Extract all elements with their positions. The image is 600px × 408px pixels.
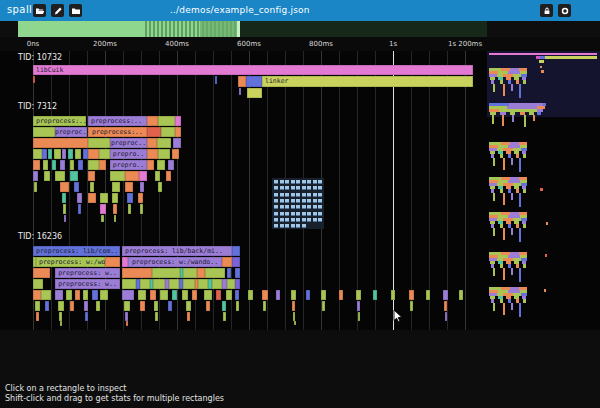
flame-bar[interactable] [291, 290, 296, 300]
flame-bar[interactable] [391, 290, 395, 300]
flame-bar[interactable] [263, 301, 266, 311]
flame-bar[interactable] [55, 171, 65, 181]
flame-bar[interactable] [153, 279, 165, 289]
flame-bar[interactable] [192, 290, 197, 300]
flame-bar-labeled[interactable]: preprocess: lib/com.. [33, 246, 120, 256]
flame-bar-labeled[interactable]: preproc.. [110, 138, 147, 148]
flame-bar[interactable] [197, 268, 205, 278]
flame-bar[interactable] [128, 204, 131, 214]
flame-bar[interactable] [206, 301, 210, 311]
flame-bar[interactable] [232, 257, 240, 267]
flame-bar[interactable] [68, 149, 73, 159]
flame-bar[interactable] [54, 149, 61, 159]
flame-bar[interactable] [150, 290, 156, 300]
flame-bar[interactable] [60, 160, 65, 170]
flame-bar[interactable] [157, 160, 165, 170]
flame-bar[interactable] [43, 160, 48, 170]
flame-bar[interactable] [70, 160, 74, 170]
flame-bar[interactable] [105, 257, 120, 267]
flame-bar[interactable] [147, 116, 158, 126]
flame-bar[interactable] [236, 301, 239, 311]
flame-bar[interactable] [183, 279, 195, 289]
flame-bar[interactable] [235, 290, 239, 300]
flame-bar[interactable] [147, 138, 157, 148]
flame-bar[interactable] [175, 127, 181, 137]
gear-button[interactable] [558, 4, 571, 17]
flame-bar[interactable] [33, 160, 40, 170]
flame-bar-labeled[interactable]: libCuik [33, 65, 473, 75]
flame-bar[interactable] [227, 268, 231, 278]
flame-bar[interactable] [60, 182, 69, 192]
flame-bar[interactable] [356, 290, 361, 300]
flame-bar[interactable] [238, 76, 246, 87]
flame-bar[interactable] [173, 138, 181, 148]
flame-bar[interactable] [232, 246, 240, 256]
flame-bar[interactable] [222, 257, 232, 267]
flame-bar[interactable] [426, 290, 430, 300]
flame-bar[interactable] [172, 290, 177, 300]
flame-bar[interactable] [78, 204, 81, 214]
flame-bar[interactable] [152, 268, 180, 278]
flame-bar[interactable] [262, 290, 268, 300]
flame-bar[interactable] [113, 204, 117, 214]
flame-bar[interactable] [306, 290, 310, 300]
flame-bar[interactable] [33, 290, 41, 300]
flame-bar[interactable] [62, 149, 66, 159]
flame-bar-labeled[interactable]: preproc.. [55, 127, 87, 137]
flame-bar[interactable] [125, 312, 128, 321]
pencil-button[interactable] [51, 4, 64, 17]
flame-bar[interactable] [139, 171, 147, 181]
folder-button[interactable] [69, 4, 82, 17]
flame-bar[interactable] [36, 312, 39, 321]
flame-bar[interactable] [157, 138, 171, 148]
flame-bar[interactable] [205, 268, 225, 278]
flame-bar[interactable] [138, 193, 143, 203]
flame-bar[interactable] [140, 204, 143, 214]
flame-bar[interactable] [248, 290, 253, 300]
flame-bar[interactable] [60, 321, 62, 326]
flame-bar[interactable] [78, 160, 83, 170]
flame-bar[interactable] [100, 193, 108, 203]
flame-bar[interactable] [445, 312, 447, 321]
flame-bar-labeled[interactable]: preprocess: lib/back/mi.. [122, 246, 232, 256]
flame-bar[interactable] [48, 149, 52, 159]
flame-bar[interactable] [64, 215, 66, 222]
flame-bar[interactable] [122, 279, 136, 289]
flame-bar-labeled[interactable]: preprocess: w.. [55, 279, 120, 289]
flame-bar[interactable] [357, 301, 360, 311]
flame-bar[interactable] [216, 290, 221, 300]
flame-bar[interactable] [322, 301, 325, 311]
flame-bar[interactable] [172, 149, 179, 159]
flame-bar[interactable] [122, 290, 134, 300]
flame-bar[interactable] [235, 279, 240, 289]
flame-bar[interactable] [33, 138, 88, 148]
flame-bar[interactable] [42, 149, 47, 159]
flame-bar[interactable] [124, 301, 130, 311]
flame-bar[interactable] [99, 160, 106, 170]
flame-bar[interactable] [112, 193, 118, 203]
flame-bar-labeled[interactable]: preprocess: w.. [55, 268, 120, 278]
flame-bar[interactable] [125, 182, 133, 192]
flame-bar[interactable] [34, 182, 37, 192]
flame-bar[interactable] [247, 88, 262, 98]
flame-bar[interactable] [187, 312, 190, 321]
flame-bar[interactable] [321, 290, 326, 300]
flame-bar[interactable] [55, 290, 63, 300]
flame-bar[interactable] [161, 127, 175, 137]
flame-bar[interactable] [126, 321, 128, 326]
flame-bar[interactable] [239, 88, 241, 95]
flame-bar[interactable] [122, 268, 152, 278]
flame-bar[interactable] [84, 301, 88, 311]
flame-bar[interactable] [41, 290, 51, 300]
flame-bar[interactable] [246, 76, 262, 87]
flame-bar[interactable] [101, 215, 104, 222]
lock-button[interactable] [540, 4, 553, 17]
flame-bar[interactable] [90, 182, 94, 192]
flame-bar[interactable] [100, 290, 108, 300]
flame-bar[interactable] [62, 193, 66, 203]
flame-bar[interactable] [175, 116, 181, 126]
flame-bar-labeled[interactable]: preprocess:.. [33, 116, 86, 126]
flame-bar-labeled[interactable]: preprocess:.. [88, 127, 147, 137]
flame-bar[interactable] [147, 160, 154, 170]
flame-bar-labeled[interactable]: linker [262, 76, 473, 87]
